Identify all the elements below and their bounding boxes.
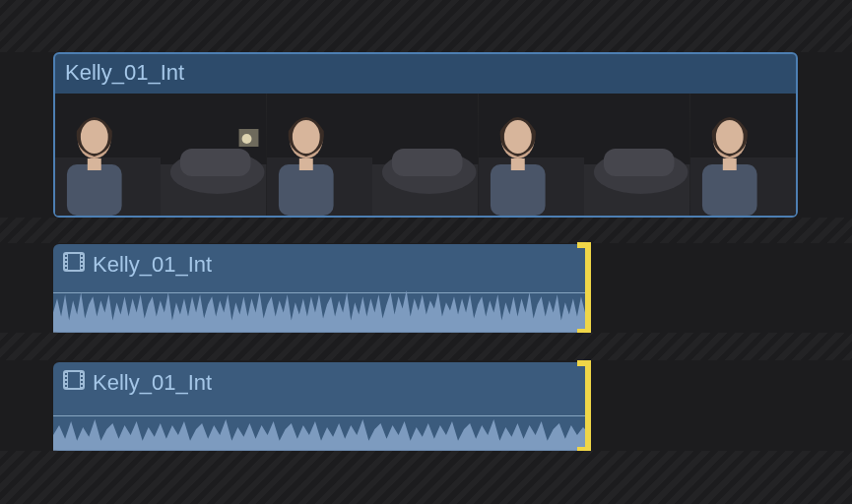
video-clip[interactable]: Kelly_01_Int — [53, 52, 798, 218]
film-icon — [63, 370, 85, 396]
svg-rect-43 — [65, 263, 67, 265]
thumbnail — [161, 94, 266, 216]
audio-clip[interactable]: Kelly_01_Int — [53, 362, 589, 451]
svg-rect-41 — [65, 255, 67, 257]
svg-rect-27 — [511, 158, 525, 170]
film-icon — [63, 252, 85, 278]
connected-track-lower — [0, 451, 852, 504]
svg-rect-57 — [81, 377, 83, 379]
svg-rect-9 — [180, 149, 251, 176]
svg-rect-26 — [491, 164, 546, 216]
thumbnail — [267, 94, 372, 216]
thumbnail — [479, 94, 584, 216]
thumbnail — [372, 94, 478, 216]
svg-rect-16 — [279, 164, 334, 216]
thumbnail — [55, 94, 161, 216]
svg-rect-59 — [81, 385, 83, 387]
svg-rect-36 — [701, 164, 756, 216]
audio-clip-title: Kelly_01_Int — [93, 370, 212, 396]
svg-rect-21 — [392, 149, 463, 176]
svg-rect-47 — [81, 263, 83, 265]
svg-rect-44 — [65, 267, 67, 269]
svg-rect-46 — [81, 259, 83, 261]
audio-waveform — [53, 413, 589, 451]
svg-point-11 — [242, 134, 252, 144]
svg-rect-42 — [65, 259, 67, 261]
svg-rect-17 — [299, 158, 313, 170]
connected-track-upper — [0, 0, 852, 52]
svg-rect-45 — [81, 255, 83, 257]
video-clip-thumbnails — [55, 94, 796, 216]
svg-rect-52 — [65, 373, 67, 375]
svg-rect-31 — [604, 149, 675, 176]
svg-rect-55 — [65, 385, 67, 387]
audio-waveform — [53, 286, 589, 333]
thumbnail — [584, 94, 689, 216]
timeline[interactable]: Kelly_01_Int — [0, 0, 852, 504]
svg-point-3 — [81, 120, 108, 154]
video-clip-title: Kelly_01_Int — [55, 54, 796, 94]
audio-clip[interactable]: Kelly_01_Int — [53, 244, 589, 333]
svg-rect-58 — [81, 381, 83, 383]
svg-rect-37 — [722, 158, 736, 170]
svg-rect-56 — [81, 373, 83, 375]
svg-rect-4 — [67, 164, 122, 216]
audio-clip-title: Kelly_01_Int — [93, 252, 212, 278]
thumbnail — [690, 94, 796, 216]
svg-point-15 — [293, 120, 320, 154]
svg-rect-54 — [65, 381, 67, 383]
track-gap — [0, 218, 852, 243]
svg-rect-53 — [65, 377, 67, 379]
track-gap — [0, 333, 852, 360]
svg-rect-5 — [88, 158, 101, 170]
svg-point-25 — [504, 120, 532, 154]
svg-point-35 — [715, 120, 743, 154]
svg-rect-48 — [81, 267, 83, 269]
